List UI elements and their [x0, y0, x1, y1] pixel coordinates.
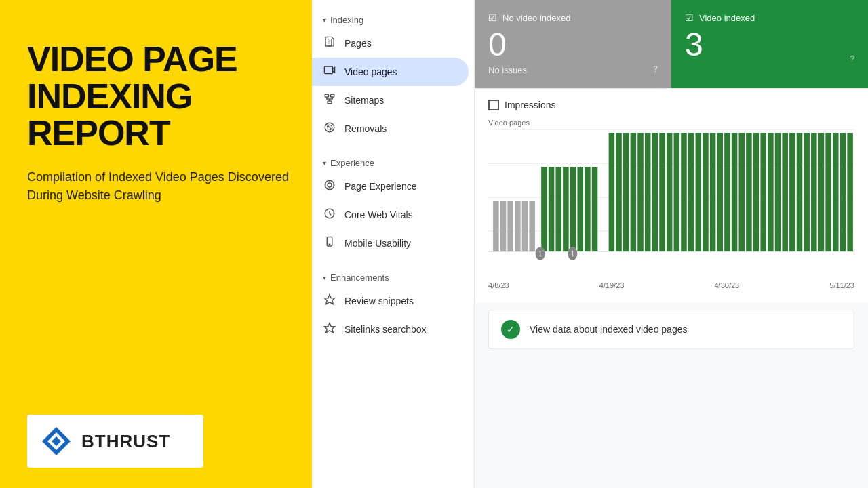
svg-rect-41	[592, 167, 598, 251]
svg-rect-70	[811, 133, 817, 251]
svg-rect-49	[659, 133, 665, 251]
svg-rect-62	[753, 133, 760, 251]
svg-rect-54	[696, 133, 702, 251]
experience-arrow-icon: ▾	[323, 159, 326, 167]
video-indexed-help-icon[interactable]: ?	[850, 54, 854, 64]
sidebar: ▾ Indexing Pages	[312, 0, 475, 488]
svg-rect-37	[563, 167, 569, 251]
no-video-status: No issues	[488, 65, 658, 75]
svg-rect-57	[717, 133, 724, 251]
sidebar-item-removals[interactable]: Removals	[312, 115, 469, 143]
sidebar-item-sitelinks-searchbox[interactable]: Sitelinks searchbox	[312, 315, 469, 344]
svg-rect-67	[789, 133, 795, 251]
svg-point-12	[325, 180, 334, 190]
video-indexed-card-header: ☑ Video indexed	[685, 12, 854, 23]
banner-text: View data about indexed video pages	[530, 324, 687, 335]
left-panel: VIDEO PAGE INDEXING REPORT Compilation o…	[0, 0, 312, 488]
svg-rect-30	[507, 201, 513, 251]
video-pages-label: Video pages	[344, 66, 397, 77]
sidebar-item-core-web-vitals[interactable]: Core Web Vitals	[312, 201, 469, 229]
removals-label: Removals	[344, 123, 387, 134]
no-video-label: No video indexed	[502, 13, 570, 23]
video-indexed-label: Video indexed	[699, 13, 755, 23]
x-label-2: 4/30/23	[714, 281, 739, 289]
svg-rect-52	[681, 133, 687, 251]
svg-rect-7	[325, 94, 328, 97]
sitemaps-label: Sitemaps	[344, 95, 384, 106]
svg-point-16	[329, 244, 330, 245]
title-block: VIDEO PAGE INDEXING REPORT Compilation o…	[27, 41, 292, 205]
sidebar-item-video-pages[interactable]: Video pages	[312, 58, 469, 86]
sidebar-item-review-snippets[interactable]: Review snippets	[312, 287, 469, 315]
sitemaps-icon	[323, 93, 336, 108]
svg-rect-5	[329, 37, 332, 39]
svg-rect-31	[515, 201, 521, 251]
enhancements-arrow-icon: ▾	[323, 274, 326, 281]
sidebar-item-sitemaps[interactable]: Sitemaps	[312, 86, 469, 115]
svg-marker-17	[325, 295, 335, 304]
svg-rect-51	[674, 133, 680, 251]
sitelinks-searchbox-icon	[323, 322, 336, 337]
svg-rect-53	[688, 133, 694, 251]
svg-rect-66	[782, 133, 788, 251]
pages-icon	[323, 36, 336, 51]
sidebar-item-mobile-usability[interactable]: Mobile Usability	[312, 229, 469, 258]
sidebar-item-pages[interactable]: Pages	[312, 29, 469, 58]
svg-rect-74	[840, 133, 846, 251]
svg-rect-68	[797, 133, 803, 251]
svg-text:1: 1	[571, 249, 574, 258]
x-label-0: 4/8/23	[488, 281, 509, 289]
removals-icon	[323, 121, 336, 136]
bottom-banner[interactable]: ✓ View data about indexed video pages	[488, 310, 854, 349]
experience-section-label: Experience	[330, 158, 374, 168]
enhancements-section-label: Enhancements	[330, 272, 389, 283]
chart-y-label: Video pages	[488, 119, 854, 127]
logo-text: BTHRUST	[81, 431, 170, 452]
no-video-card-header: ☑ No video indexed	[488, 12, 658, 23]
chart-x-labels: 4/8/23 4/19/23 4/30/23 5/11/23	[488, 279, 854, 292]
no-video-count: 0	[488, 28, 658, 61]
svg-rect-8	[331, 94, 334, 97]
page-experience-label: Page Experience	[344, 181, 417, 192]
svg-rect-61	[746, 133, 752, 251]
page-experience-icon	[323, 179, 336, 194]
chart-header: Impressions	[488, 100, 854, 110]
chart-section: Impressions Video pages 6 4 2	[475, 88, 868, 303]
enhancements-section-header: ▾ Enhancements	[312, 266, 474, 287]
indexing-arrow-icon: ▾	[323, 16, 326, 24]
svg-rect-48	[652, 133, 658, 251]
svg-rect-55	[703, 133, 709, 251]
svg-rect-63	[760, 133, 766, 251]
svg-rect-36	[555, 167, 561, 251]
indexing-section-header: ▾ Indexing	[312, 8, 474, 29]
svg-text:1: 1	[539, 249, 542, 258]
svg-rect-34	[541, 167, 547, 251]
review-snippets-label: Review snippets	[344, 296, 414, 306]
x-label-1: 4/19/23	[599, 281, 625, 289]
nav-area: ▾ Indexing Pages	[312, 0, 868, 488]
video-indexed-count: 3	[685, 28, 854, 61]
svg-rect-46	[637, 133, 644, 251]
pages-label: Pages	[344, 38, 372, 49]
sitelinks-searchbox-label: Sitelinks searchbox	[344, 324, 427, 335]
svg-rect-65	[775, 133, 781, 251]
svg-rect-33	[529, 201, 535, 251]
no-video-help-icon[interactable]: ?	[653, 64, 658, 74]
svg-rect-75	[847, 133, 853, 251]
status-cards: ☑ No video indexed 0 No issues ? ☑ Video…	[475, 0, 868, 88]
svg-rect-69	[804, 133, 810, 251]
svg-rect-40	[585, 167, 591, 251]
impressions-checkbox[interactable]	[488, 100, 499, 110]
video-indexed-check-icon: ☑	[685, 12, 694, 23]
svg-rect-28	[493, 201, 499, 251]
svg-rect-39	[577, 167, 583, 251]
video-indexed-card: ☑ Video indexed 3 ?	[671, 0, 868, 88]
subtitle: Compilation of Indexed Video Pages Disco…	[27, 168, 292, 205]
svg-rect-58	[724, 133, 730, 251]
svg-rect-29	[500, 201, 507, 251]
main-title: VIDEO PAGE INDEXING REPORT	[27, 41, 292, 152]
sidebar-item-page-experience[interactable]: Page Experience	[312, 172, 469, 201]
x-label-3: 5/11/23	[829, 281, 854, 289]
right-panel: ▾ Indexing Pages	[312, 0, 868, 488]
svg-rect-50	[667, 133, 673, 251]
